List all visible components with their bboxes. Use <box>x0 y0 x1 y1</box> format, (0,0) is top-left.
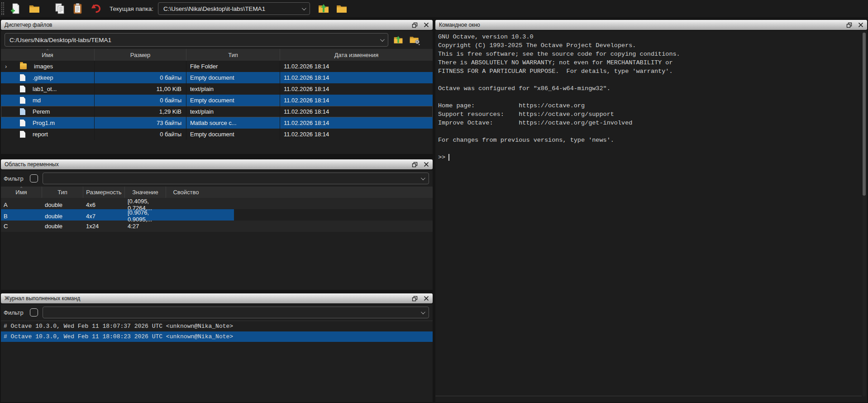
paste-icon <box>72 3 84 14</box>
browse-folder-button[interactable] <box>334 1 349 16</box>
variable-attribute <box>166 221 206 232</box>
variable-dimension: 1x24 <box>83 221 125 232</box>
filter-checkbox[interactable] <box>30 174 38 182</box>
history-entry[interactable]: # Octave 10.3.0, Wed Feb 11 18:08:23 202… <box>1 331 433 342</box>
history-entry-text: # Octave 10.3.0, Wed Feb 11 18:08:23 202… <box>4 333 233 340</box>
close-icon[interactable] <box>423 295 429 302</box>
file-size: 11,00 KiB <box>95 83 186 95</box>
new-script-button[interactable] <box>8 1 23 16</box>
file-row[interactable]: Prog1.m 73 байты Matlab source c... 11.0… <box>1 117 433 129</box>
variable-class: double <box>42 221 83 232</box>
file-name: Prog1.m <box>33 120 55 126</box>
scrollbar-thumb[interactable] <box>863 33 866 196</box>
paste-button[interactable] <box>71 1 85 16</box>
undo-icon <box>90 3 102 14</box>
file-row[interactable]: report 0 байты Empty document 11.02.2026… <box>1 129 433 140</box>
new-script-icon <box>10 3 21 14</box>
file-row[interactable]: .gitkeep 0 байты Empty document 11.02.20… <box>1 72 433 83</box>
file-name: md <box>33 97 41 104</box>
file-name-cell: Perem <box>1 106 95 117</box>
file-date: 11.02.2026 18:14 <box>280 95 433 106</box>
history-entry[interactable]: # Octave 10.3.0, Wed Feb 11 18:07:37 202… <box>1 321 433 331</box>
terminal-prompt: >> <box>438 154 445 161</box>
file-size: 73 байты <box>95 117 186 129</box>
file-type: text/plain <box>186 106 280 117</box>
chevron-down-icon <box>380 37 385 42</box>
variable-row[interactable]: C double 1x24 4:27 <box>1 221 433 232</box>
column-header-date[interactable]: Дата изменения <box>280 49 433 61</box>
terminal-output: GNU Octave, version 10.3.0 Copyright (C)… <box>438 33 861 144</box>
file-row[interactable]: › images File Folder 11.02.2026 18:14 <box>1 61 433 72</box>
file-type-icon <box>20 63 27 69</box>
file-name: lab1_ot... <box>33 86 57 92</box>
file-type: text/plain <box>186 83 280 95</box>
column-header-name[interactable]: ^Имя <box>1 187 42 198</box>
filter-label: Фильтр <box>4 309 24 316</box>
float-button[interactable] <box>411 161 418 168</box>
variable-row[interactable]: A double 4x6 [0.4095, 0.7264,... <box>1 198 433 209</box>
file-type-icon <box>20 131 25 138</box>
variable-value: 4:27 <box>125 221 166 232</box>
file-type: Matlab source c... <box>186 117 280 129</box>
column-header-type[interactable]: Тип <box>186 49 280 61</box>
history-title: Журнал выполненных команд <box>5 295 80 302</box>
folder-actions-button[interactable] <box>408 34 421 46</box>
close-icon[interactable] <box>423 161 429 168</box>
close-icon[interactable] <box>857 22 864 29</box>
folder-gear-icon <box>409 34 420 45</box>
float-button[interactable] <box>411 22 418 29</box>
workspace-title: Область переменных <box>5 161 59 168</box>
file-type: File Folder <box>186 61 280 72</box>
terminal-prompt-line[interactable]: >> <box>438 153 449 162</box>
variable-row[interactable]: B double 4x7 [0.9076, 0.9095,... <box>1 209 433 221</box>
undo-button[interactable] <box>89 1 103 16</box>
float-button[interactable] <box>846 22 853 29</box>
column-header-attribute[interactable]: Свойство <box>166 187 206 198</box>
column-header-size[interactable]: Размер <box>95 49 186 61</box>
filter-combobox[interactable] <box>43 307 429 318</box>
column-header-name[interactable]: ^Имя <box>1 49 95 61</box>
toolbar-drag-handle[interactable] <box>1 2 4 15</box>
sort-ascending-icon: ^ <box>47 49 48 52</box>
file-type: Empty document <box>186 95 280 106</box>
filter-checkbox[interactable] <box>30 308 38 317</box>
history-entry-text: # Octave 10.3.0, Wed Feb 11 18:07:37 202… <box>4 323 233 330</box>
one-directory-up-button[interactable] <box>392 34 405 46</box>
column-header-dimension[interactable]: Размерность <box>83 187 125 198</box>
open-file-button[interactable] <box>27 1 42 16</box>
column-header-value[interactable]: Значение <box>125 187 166 198</box>
file-browser-path-combobox[interactable]: C:/Users/Nika/Desktop/it-labs/TEMA1 <box>5 33 388 47</box>
horizontal-scrollbar[interactable] <box>435 396 862 396</box>
file-name-cell: lab1_ot... <box>1 83 95 95</box>
sort-ascending-icon: ^ <box>20 187 22 190</box>
file-list: › images File Folder 11.02.2026 18:14 .g… <box>1 61 433 140</box>
column-header-class[interactable]: Тип <box>42 187 83 198</box>
workspace-panel: Фильтр ^Имя Тип Размерность Значение Сво… <box>1 170 433 290</box>
workspace-titlebar[interactable]: Область переменных <box>1 159 433 169</box>
folder-up-button[interactable] <box>316 1 331 16</box>
file-name: report <box>33 131 48 138</box>
current-folder-combobox[interactable]: C:\Users\Nika\Desktop\it-labs\TEMA1 <box>158 2 310 15</box>
file-type-icon <box>20 86 25 92</box>
file-size: 1,29 KiB <box>95 106 186 117</box>
file-date: 11.02.2026 18:14 <box>280 106 433 117</box>
variable-list: A double 4x6 [0.4095, 0.7264,... B doubl… <box>1 198 433 232</box>
file-name-cell: report <box>1 129 95 140</box>
file-row[interactable]: md 0 байты Empty document 11.02.2026 18:… <box>1 95 433 106</box>
command-window-panel[interactable]: GNU Octave, version 10.3.0 Copyright (C)… <box>435 31 867 402</box>
history-titlebar[interactable]: Журнал выполненных команд <box>1 293 433 303</box>
vertical-scrollbar[interactable] <box>863 33 866 397</box>
filter-combobox[interactable] <box>43 173 429 184</box>
chevron-down-icon <box>421 176 425 180</box>
file-manager-titlebar[interactable]: Диспетчер файлов <box>1 20 433 30</box>
file-type-icon <box>20 97 25 104</box>
main-toolbar: Текущая папка: C:\Users\Nika\Desktop\it-… <box>0 0 868 17</box>
close-icon[interactable] <box>423 22 429 29</box>
float-button[interactable] <box>411 295 418 302</box>
file-manager-title: Диспетчер файлов <box>5 22 52 28</box>
expand-chevron-icon[interactable]: › <box>1 63 20 70</box>
command-window-titlebar[interactable]: Командное окно <box>435 20 867 30</box>
copy-button[interactable] <box>52 1 67 16</box>
file-row[interactable]: lab1_ot... 11,00 KiB text/plain 11.02.20… <box>1 83 433 95</box>
file-row[interactable]: Perem 1,29 KiB text/plain 11.02.2026 18:… <box>1 106 433 117</box>
